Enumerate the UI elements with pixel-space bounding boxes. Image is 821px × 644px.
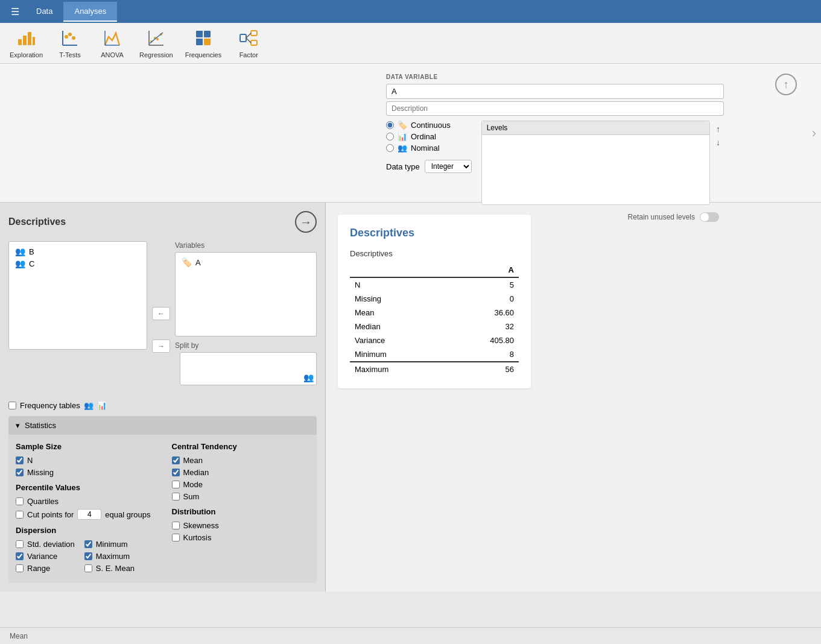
skewness-checkbox[interactable] — [172, 522, 180, 529]
type-ordinal[interactable]: 📊 Ordinal — [386, 132, 472, 141]
stats-chevron-icon: ▾ — [16, 421, 20, 430]
anova-icon — [103, 28, 122, 50]
stats-item-minimum: Minimum — [84, 540, 135, 549]
level-up-button[interactable]: ↑ — [715, 123, 721, 135]
n-checkbox[interactable] — [16, 456, 24, 464]
panel-header: Descriptives → — [8, 211, 317, 233]
cut-points-checkbox[interactable] — [16, 511, 24, 519]
cut-points-input[interactable] — [77, 509, 101, 520]
tab-data[interactable]: Data — [25, 2, 63, 22]
svg-point-13 — [156, 38, 159, 40]
maximum-checkbox[interactable] — [84, 552, 92, 560]
quartiles-checkbox[interactable] — [16, 497, 24, 505]
table-row: Mean36.60 — [350, 306, 519, 320]
split-transfer-button[interactable]: → — [152, 339, 170, 353]
data-type-select[interactable]: Integer Decimal — [425, 160, 472, 173]
svg-rect-3 — [33, 37, 35, 45]
svg-rect-18 — [196, 31, 203, 37]
stats-item-median: Median — [172, 468, 310, 477]
stats-item-se-mean: S. E. Mean — [84, 564, 135, 573]
toolbar-ttests[interactable]: T-Tests — [55, 28, 85, 58]
result-value: 32 — [445, 320, 519, 333]
statistics-section: ▾ Statistics Sample Size N — [8, 416, 317, 583]
std-dev-checkbox[interactable] — [16, 540, 24, 548]
svg-point-4 — [65, 35, 68, 39]
median-checkbox[interactable] — [172, 469, 180, 476]
kurtosis-label: Kurtosis — [183, 533, 212, 542]
stats-columns: Sample Size N Missing Percentile Values — [16, 442, 309, 576]
toolbar-frequencies[interactable]: Frequencies — [185, 28, 222, 58]
type-nominal[interactable]: 👥 Nominal — [386, 144, 472, 153]
navigate-right-icon[interactable]: › — [812, 125, 816, 141]
selected-variables-list: 🏷️ A — [175, 252, 317, 336]
mean-checkbox[interactable] — [172, 456, 180, 464]
top-nav: ☰ Data Analyses — [0, 0, 821, 23]
svg-rect-20 — [196, 39, 203, 45]
stats-item-kurtosis: Kurtosis — [172, 533, 310, 542]
stats-item-std-dev: Std. deviation — [16, 540, 75, 549]
level-down-button[interactable]: ↓ — [715, 136, 721, 148]
svg-line-25 — [246, 33, 251, 38]
statistics-body: Sample Size N Missing Percentile Values — [8, 435, 317, 583]
nominal-freq-icon: 👥 — [84, 401, 94, 410]
missing-checkbox[interactable] — [16, 469, 24, 476]
toolbar-anova[interactable]: ANOVA — [97, 28, 127, 58]
var-c-label: C — [29, 259, 34, 268]
minimum-label: Minimum — [96, 540, 128, 549]
var-b-label: B — [29, 247, 34, 256]
levels-arrows: ↑ ↓ — [712, 121, 724, 205]
hamburger-icon[interactable]: ☰ — [5, 6, 25, 17]
variable-description-input[interactable] — [386, 101, 724, 116]
result-value: 56 — [445, 362, 519, 376]
available-variables-list: 👥 B 👥 C — [8, 241, 147, 350]
result-label: N — [350, 277, 445, 292]
mode-checkbox[interactable] — [172, 481, 180, 488]
maximum-label: Maximum — [96, 552, 130, 561]
range-checkbox[interactable] — [16, 564, 24, 572]
list-item[interactable]: 🏷️ A — [179, 256, 312, 268]
tab-analyses[interactable]: Analyses — [63, 2, 117, 22]
statistics-header[interactable]: ▾ Statistics — [8, 416, 317, 435]
range-label: Range — [27, 564, 50, 573]
stats-item-missing: Missing — [16, 468, 154, 477]
cut-points-row: Cut points for equal groups — [16, 509, 154, 520]
variables-column-header: Variables — [175, 241, 317, 250]
levels-panel: Levels — [481, 121, 710, 205]
frequency-tables-checkbox[interactable] — [8, 402, 16, 409]
factor-icon — [239, 28, 258, 50]
minimum-checkbox[interactable] — [84, 540, 92, 548]
levels-header: Levels — [482, 121, 709, 135]
std-dev-label: Std. deviation — [27, 540, 75, 549]
factor-label: Factor — [239, 51, 258, 58]
result-label: Mean — [350, 306, 445, 320]
stats-header-label: Statistics — [25, 421, 56, 430]
transfer-buttons: ← — [147, 241, 175, 385]
toolbar-regression[interactable]: Regression — [139, 28, 173, 58]
frequencies-icon — [194, 28, 213, 50]
se-mean-checkbox[interactable] — [84, 564, 92, 572]
frequency-tables-row: Frequency tables 👥 📊 — [8, 401, 317, 410]
toolbar-exploration[interactable]: Exploration — [10, 28, 43, 58]
result-value: 5 — [445, 277, 519, 292]
panel-title: Descriptives — [8, 216, 66, 227]
sum-checkbox[interactable] — [172, 493, 180, 500]
transfer-left-button[interactable]: ← — [152, 307, 170, 320]
scroll-up-button[interactable]: ↑ — [775, 74, 797, 95]
svg-rect-21 — [204, 39, 211, 45]
toolbar-factor[interactable]: Factor — [233, 28, 264, 58]
list-item[interactable]: 👥 B — [13, 245, 143, 257]
svg-rect-19 — [204, 31, 211, 37]
result-label: Median — [350, 320, 445, 333]
variable-name-input[interactable] — [386, 84, 724, 99]
type-continuous[interactable]: 🏷️ Continuous — [386, 121, 472, 130]
retain-toggle[interactable] — [700, 212, 719, 222]
kurtosis-checkbox[interactable] — [172, 534, 180, 541]
variance-checkbox[interactable] — [16, 552, 24, 560]
list-item[interactable]: 👥 C — [13, 257, 143, 270]
sample-size-title: Sample Size — [16, 442, 154, 451]
retain-row: Retain unused levels — [386, 210, 724, 224]
missing-label: Missing — [27, 468, 54, 477]
descriptives-panel: Descriptives → 👥 B 👥 C — [0, 203, 326, 592]
go-button[interactable]: → — [295, 211, 317, 233]
stats-item-mode: Mode — [172, 480, 310, 489]
